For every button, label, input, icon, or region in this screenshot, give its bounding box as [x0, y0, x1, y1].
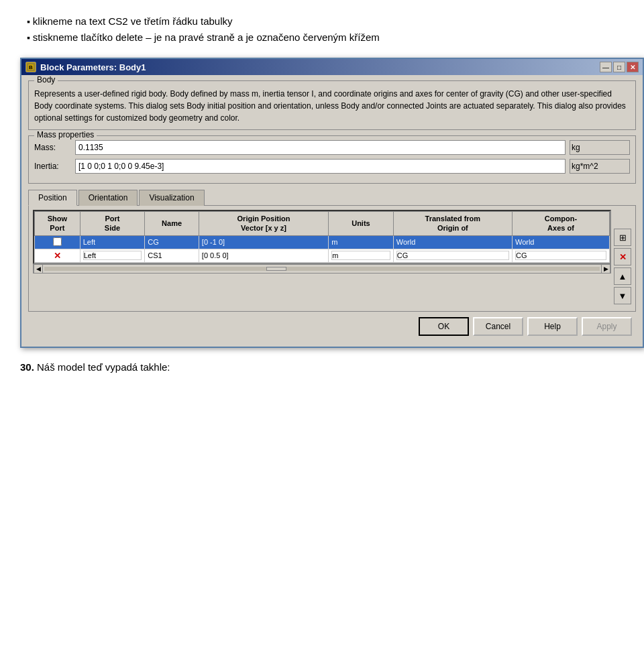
row-2-component[interactable]: CG [512, 249, 609, 262]
bottom-number: 30. [20, 361, 34, 373]
row-2-port-side-select[interactable]: Left [83, 251, 142, 260]
table-with-side: ShowPort PortSide Name Origin PositionVe… [33, 210, 631, 304]
table-container: ShowPort PortSide Name Origin PositionVe… [33, 210, 611, 304]
col-header-name: Name [145, 212, 199, 236]
mass-properties-group: Mass properties Mass: kg Inertia: kg*m^2 [28, 135, 636, 184]
horizontal-scrollbar[interactable]: ◀ ▶ [33, 264, 611, 274]
row-1-show-port[interactable] [35, 235, 80, 249]
bullet-2: stiskneme tlačítko delete – je na pravé … [27, 29, 624, 46]
svg-text:B: B [29, 64, 33, 70]
move-down-button[interactable]: ▼ [614, 287, 631, 304]
row-2-name: CS1 [145, 249, 199, 262]
inertia-input[interactable] [75, 159, 566, 174]
delete-row-button[interactable]: ✕ [614, 248, 631, 265]
inertia-label: Inertia: [34, 162, 71, 171]
tabs-container: Position Orientation Visualization ShowP… [28, 189, 636, 312]
row-1-name: CG [145, 235, 199, 249]
dialog-icon: B [25, 62, 36, 72]
minimize-button[interactable]: — [600, 62, 612, 72]
row-2-units-select[interactable]: m [331, 251, 390, 260]
mass-input[interactable] [75, 140, 566, 155]
coordinate-systems-table: ShowPort PortSide Name Origin PositionVe… [34, 211, 610, 263]
tab-content-position: ShowPort PortSide Name Origin PositionVe… [28, 206, 636, 312]
col-header-origin: Origin PositionVector [x y z] [199, 212, 328, 236]
dialog-titlebar: B Block Parameters: Body1 — □ ✕ [21, 59, 643, 75]
titlebar-left: B Block Parameters: Body1 [25, 62, 146, 72]
row-2-port-side[interactable]: Left [80, 249, 145, 262]
close-button[interactable]: ✕ [627, 62, 639, 72]
bottom-description: Náš model teď vypadá takhle: [34, 361, 170, 373]
mass-label: Mass: [34, 143, 71, 152]
row-2-component-select[interactable]: CG [515, 251, 606, 260]
scroll-right-button[interactable]: ▶ [601, 264, 610, 274]
dialog-title: Block Parameters: Body1 [40, 62, 146, 72]
titlebar-buttons: — □ ✕ [600, 62, 639, 72]
restore-button[interactable]: □ [613, 62, 625, 72]
row-1-component[interactable]: World [512, 235, 609, 249]
row-1-port-side-select[interactable]: Left [83, 238, 142, 246]
body-group-title: Body [34, 75, 58, 84]
move-up-button[interactable]: ▲ [614, 267, 631, 285]
tab-visualization[interactable]: Visualization [139, 190, 204, 206]
row-1-component-select[interactable]: World [515, 238, 606, 246]
dialog-body: Body Represents a user-defined rigid bod… [21, 75, 643, 347]
scroll-track [44, 267, 600, 271]
bullet-1: klikneme na text CS2 ve třetím řádku tab… [27, 13, 624, 29]
cancel-button[interactable]: Cancel [473, 317, 523, 336]
row-1-checkbox[interactable] [53, 237, 62, 246]
row-2-translated-select[interactable]: CG [396, 251, 509, 260]
row-1-origin: [0 -1 0] [199, 235, 328, 249]
scroll-left-button[interactable]: ◀ [34, 264, 43, 274]
body-description: Represents a user-defined rigid body. Bo… [34, 88, 630, 124]
mass-unit-select[interactable]: kg [570, 140, 630, 155]
tab-bar: Position Orientation Visualization [28, 189, 636, 206]
side-buttons: ⊞ ✕ ▲ ▼ [614, 210, 631, 304]
col-header-component: Compon-Axes of [512, 212, 609, 236]
inertia-row: Inertia: kg*m^2 [34, 159, 630, 174]
bottom-text: 30. Náš model teď vypadá takhle: [20, 361, 624, 373]
row-2-origin: [0 0.5 0] [199, 249, 328, 262]
dialog-window: B Block Parameters: Body1 — □ ✕ Body Rep… [20, 58, 644, 348]
tab-position[interactable]: Position [28, 190, 77, 206]
ok-button[interactable]: OK [419, 317, 469, 336]
tab-orientation[interactable]: Orientation [78, 190, 138, 206]
scroll-thumb[interactable] [266, 267, 286, 271]
body-group: Body Represents a user-defined rigid bod… [28, 80, 636, 130]
row-2-units[interactable]: m [329, 249, 394, 262]
add-row-button[interactable]: ⊞ [614, 229, 631, 246]
dialog-footer: OK Cancel Help Apply [28, 312, 636, 340]
col-header-translated: Translated fromOrigin of [393, 212, 512, 236]
col-header-units: Units [329, 212, 394, 236]
col-header-port-side: PortSide [80, 212, 145, 236]
row-1-translated-select[interactable]: World [396, 238, 509, 246]
table-row[interactable]: ✕ Left CS1 [0 0.5 0] [35, 249, 610, 262]
row-1-port-side[interactable]: Left [80, 235, 145, 249]
row-1-translated[interactable]: World [393, 235, 512, 249]
table-header-row: ShowPort PortSide Name Origin PositionVe… [35, 212, 610, 236]
mass-row: Mass: kg [34, 140, 630, 155]
col-header-show-port: ShowPort [35, 212, 80, 236]
row-2-translated[interactable]: CG [393, 249, 512, 262]
inertia-unit-select[interactable]: kg*m^2 [570, 159, 630, 174]
help-button[interactable]: Help [527, 317, 578, 336]
row-1-units-select[interactable]: m [331, 238, 390, 246]
row-1-units[interactable]: m [329, 235, 394, 249]
mass-properties-title: Mass properties [34, 130, 97, 139]
intro-block: klikneme na text CS2 ve třetím řádku tab… [20, 13, 624, 46]
apply-button[interactable]: Apply [582, 317, 632, 336]
table-row[interactable]: Left CG [0 -1 0] m [35, 235, 610, 249]
table-outer: ShowPort PortSide Name Origin PositionVe… [33, 210, 611, 264]
row-2-show-port: ✕ [35, 249, 80, 262]
